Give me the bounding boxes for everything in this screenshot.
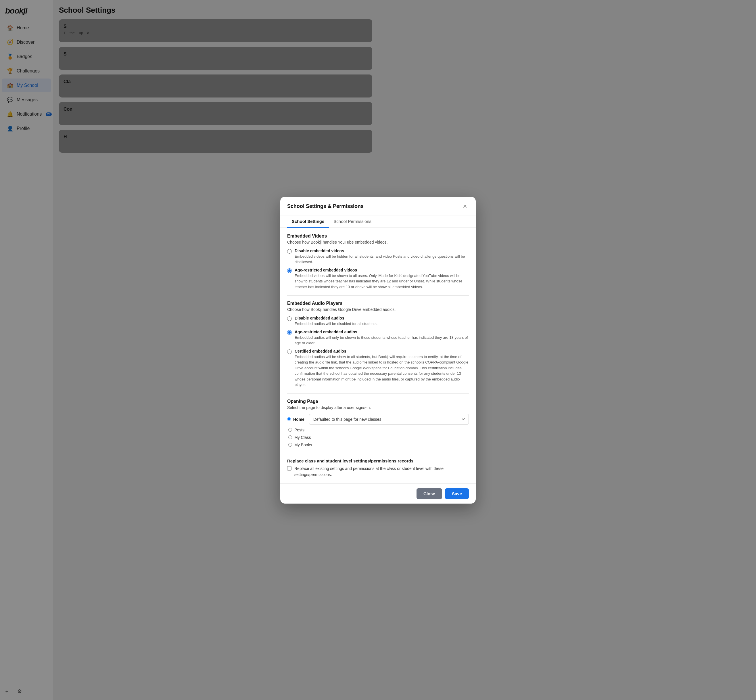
- embedded-videos-subtitle: Choose how Bookji handles YouTube embedd…: [287, 240, 378, 244]
- audio-option-age-restricted: Age-restricted embedded audios Embedded …: [287, 330, 378, 346]
- embedded-audio-subtitle: Choose how Bookji handles Google Drive e…: [287, 307, 378, 312]
- audio-option-certified: Certified embedded audios Embedded audio…: [287, 349, 378, 350]
- disable-videos-content: Disable embedded videos Embedded videos …: [295, 248, 378, 265]
- certified-audios-radio[interactable]: [287, 349, 292, 350]
- age-restricted-audios-content: Age-restricted embedded audios Embedded …: [295, 330, 378, 346]
- embedded-audio-section: Embedded Audio Players Choose how Bookji…: [287, 301, 378, 350]
- modal-body: Embedded Videos Choose how Bookji handle…: [280, 228, 378, 350]
- video-option-age-restricted: Age-restricted embedded videos Embedded …: [287, 268, 378, 290]
- age-restricted-audios-desc: Embedded audios will only be shown to th…: [295, 335, 378, 346]
- modal-overlay: School Settings & Permissions ✕ School S…: [0, 0, 378, 350]
- disable-videos-label: Disable embedded videos: [295, 248, 378, 253]
- disable-audios-desc: Embedded audios will be disabled for all…: [295, 321, 377, 327]
- video-option-disable: Disable embedded videos Embedded videos …: [287, 248, 378, 265]
- disable-audios-content: Disable embedded audios Embedded audios …: [295, 316, 377, 327]
- tab-school-permissions[interactable]: School Permissions: [329, 216, 376, 228]
- age-restricted-videos-radio[interactable]: [287, 268, 292, 273]
- certified-audios-label: Certified embedded audios: [295, 349, 378, 350]
- divider-1: [287, 295, 378, 296]
- age-restricted-videos-label: Age-restricted embedded videos: [295, 268, 378, 272]
- embedded-videos-section: Embedded Videos Choose how Bookji handle…: [287, 234, 378, 290]
- modal: School Settings & Permissions ✕ School S…: [280, 197, 378, 350]
- audio-option-disable: Disable embedded audios Embedded audios …: [287, 316, 378, 327]
- age-restricted-videos-desc: Embedded videos will be shown to all use…: [295, 273, 378, 290]
- age-restricted-videos-content: Age-restricted embedded videos Embedded …: [295, 268, 378, 290]
- disable-videos-desc: Embedded videos will be hidden for all s…: [295, 254, 378, 265]
- tab-school-settings[interactable]: School Settings: [287, 216, 329, 228]
- modal-tabs: School Settings School Permissions: [280, 216, 378, 228]
- embedded-videos-title: Embedded Videos: [287, 234, 378, 239]
- disable-videos-radio[interactable]: [287, 249, 292, 254]
- disable-audios-label: Disable embedded audios: [295, 316, 377, 320]
- modal-header: School Settings & Permissions ✕: [280, 197, 378, 216]
- disable-audios-radio[interactable]: [287, 316, 292, 321]
- age-restricted-audios-radio[interactable]: [287, 330, 292, 335]
- age-restricted-audios-label: Age-restricted embedded audios: [295, 330, 378, 334]
- embedded-audio-title: Embedded Audio Players: [287, 301, 378, 306]
- certified-audios-content: Certified embedded audios Embedded audio…: [295, 349, 378, 350]
- modal-title: School Settings & Permissions: [287, 203, 364, 209]
